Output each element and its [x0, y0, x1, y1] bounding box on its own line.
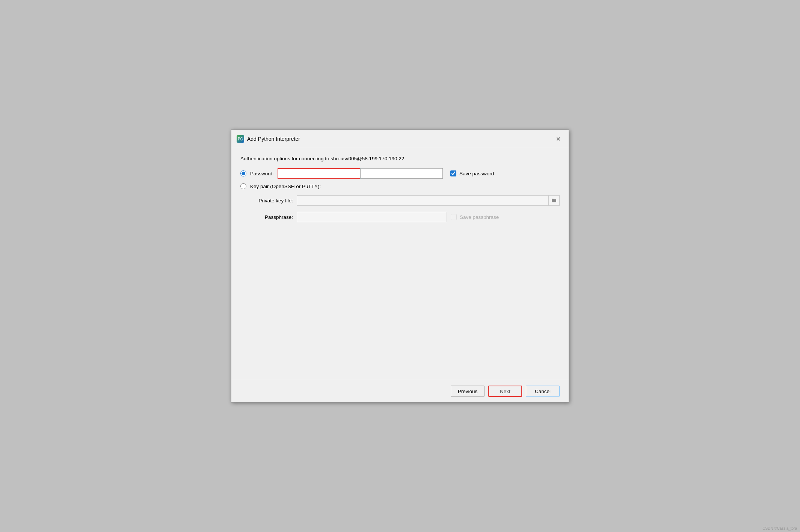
keypair-radio[interactable]: [240, 183, 246, 189]
close-button[interactable]: ✕: [553, 134, 563, 144]
browse-folder-button[interactable]: [548, 195, 560, 206]
private-key-input-row: [297, 195, 560, 206]
dialog-title: Add Python Interpreter: [247, 136, 300, 142]
passphrase-row: Passphrase: Save passphrase: [252, 212, 560, 222]
password-input-wrapper: [278, 168, 443, 179]
save-passphrase-label: Save passphrase: [460, 214, 499, 220]
passphrase-input[interactable]: [297, 212, 447, 222]
form-section: Password: Save password Key pair (OpenSS…: [240, 168, 560, 222]
password-radio-row: Password:: [240, 170, 274, 176]
auth-heading: Authentication options for connecting to…: [240, 156, 560, 161]
title-bar: PC Add Python Interpreter ✕: [231, 130, 569, 148]
save-passphrase-row: Save passphrase: [451, 214, 499, 220]
password-input-left[interactable]: [278, 168, 360, 179]
dialog-footer: Previous Next Cancel: [231, 380, 569, 402]
watermark: CSDN ©Cassia_tora: [762, 526, 797, 530]
add-python-interpreter-dialog: PC Add Python Interpreter ✕ Authenticati…: [231, 130, 569, 402]
passphrase-label: Passphrase:: [252, 214, 293, 220]
app-icon: PC: [237, 135, 244, 143]
next-button[interactable]: Next: [488, 386, 522, 397]
save-password-row: Save password: [450, 170, 494, 176]
title-bar-left: PC Add Python Interpreter: [237, 135, 300, 143]
folder-icon: [551, 198, 557, 203]
keypair-radio-label: Key pair (OpenSSH or PuTTY):: [250, 184, 321, 189]
private-key-label: Private key file:: [252, 198, 293, 203]
save-password-label: Save password: [459, 171, 494, 176]
password-input-right[interactable]: [360, 168, 443, 179]
cancel-button[interactable]: Cancel: [526, 386, 560, 397]
keypair-radio-row: Key pair (OpenSSH or PuTTY):: [240, 183, 560, 189]
password-radio[interactable]: [240, 170, 246, 176]
private-key-input[interactable]: [297, 195, 548, 206]
private-key-row: Private key file:: [252, 195, 560, 206]
previous-button[interactable]: Previous: [451, 386, 485, 397]
save-passphrase-checkbox[interactable]: [451, 214, 457, 220]
save-password-checkbox[interactable]: [450, 170, 456, 176]
dialog-content: Authentication options for connecting to…: [231, 148, 569, 380]
password-radio-label: Password:: [250, 171, 274, 176]
password-row: Password: Save password: [240, 168, 560, 179]
